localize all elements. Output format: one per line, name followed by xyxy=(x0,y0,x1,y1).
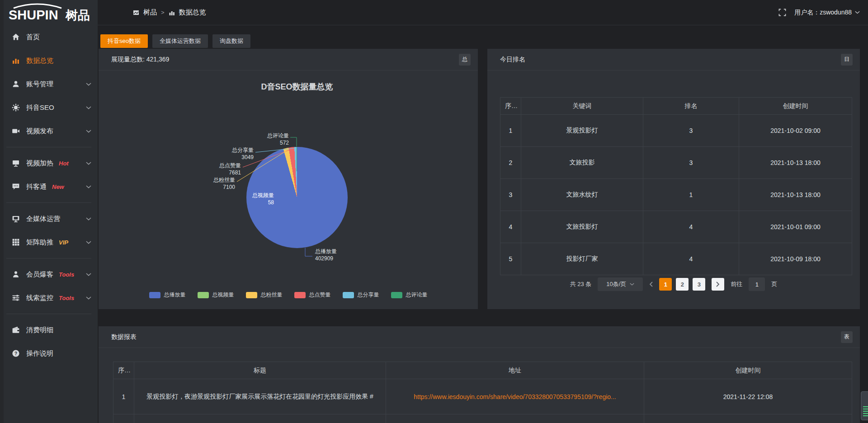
page-button-3[interactable]: 3 xyxy=(693,278,705,291)
table-cell: 文旅投影 xyxy=(521,147,643,179)
legend-item[interactable]: 总播放量 xyxy=(149,291,186,299)
table-cell: 景观投影灯 xyxy=(521,115,643,147)
page-button-2[interactable]: 2 xyxy=(676,278,689,291)
ranking-table: 序号关键词排名创建时间 1景观投影灯32021-10-02 09:002文旅投影… xyxy=(500,97,852,275)
sidebar-item-label: 账号管理 xyxy=(26,80,53,89)
sidebar-item-douyin-seo[interactable]: 抖音SEO xyxy=(0,96,98,119)
pie-label-comments: 总评论量 572 xyxy=(267,132,289,146)
chevron-down-icon xyxy=(86,83,91,86)
table-cell: 1 xyxy=(500,115,521,147)
page-size-select[interactable]: 10条/页 xyxy=(598,277,643,291)
chevron-down-icon xyxy=(86,296,91,300)
breadcrumb: 树品 > 数据总览 xyxy=(133,8,206,17)
table-cell: 2021-10-13 18:00 xyxy=(739,179,852,211)
column-header: 标题 xyxy=(134,362,386,379)
bar-chart-icon xyxy=(169,9,175,16)
sidebar-item-operation-guide[interactable]: ?操作说明 xyxy=(0,342,98,365)
sliders-icon xyxy=(12,294,20,302)
legend-item[interactable]: 总评论量 xyxy=(391,291,428,299)
table-row: 5投影灯厂家42021-10-09 18:00 xyxy=(500,243,852,275)
sidebar-menu: 首页数据总览账号管理抖音SEO视频发布视频加热Hot抖客通New全媒体运营矩阵助… xyxy=(0,25,98,365)
video-icon xyxy=(12,127,20,135)
legend-item[interactable]: 总分享量 xyxy=(343,291,379,299)
pie-label-plays: 总播放量 402909 xyxy=(315,248,337,262)
table-cell xyxy=(113,414,134,423)
table-cell: 1 xyxy=(643,179,739,211)
table-cell: 3 xyxy=(643,147,739,179)
page-button-1[interactable]: 1 xyxy=(659,278,672,291)
video-url-link[interactable]: https://www.iesdouyin.com/share/video/70… xyxy=(414,393,616,400)
sidebar-item-omni-media[interactable]: 全媒体运营 xyxy=(0,207,98,230)
sidebar-item-matrix-boost[interactable]: 矩阵助推VIP xyxy=(0,230,98,254)
breadcrumb-separator: > xyxy=(161,9,165,16)
sidebar-item-video-heat[interactable]: 视频加热Hot xyxy=(0,151,98,175)
report-panel-title: 数据报表 xyxy=(111,333,137,341)
legend-swatch xyxy=(343,292,354,298)
table-cell: 5 xyxy=(500,243,521,275)
scroll-widget-stripes xyxy=(863,406,868,417)
legend-swatch xyxy=(198,292,209,298)
table-row: 1景观投影灯32021-10-02 09:00 xyxy=(500,115,852,147)
tab-douyin-seo-data[interactable]: 抖音seo数据 xyxy=(100,34,148,48)
legend-swatch xyxy=(246,292,257,298)
table-cell: 4 xyxy=(643,211,739,243)
username-label: 用户名：zswodun88 xyxy=(794,9,852,17)
sidebar-item-label: 操作说明 xyxy=(26,349,53,358)
goto-label: 前往 xyxy=(731,280,742,288)
table-cell: 3 xyxy=(500,179,521,211)
prev-page-button[interactable] xyxy=(649,282,653,287)
table-row: 4文旅投影灯42021-10-01 09:00 xyxy=(500,211,852,243)
table-cell: 投影灯厂家 xyxy=(521,243,643,275)
column-header: 创建时间 xyxy=(739,98,852,115)
tab-omni-media-data[interactable]: 全媒体运营数据 xyxy=(152,34,208,48)
sidebar-item-douketong[interactable]: 抖客通New xyxy=(0,175,98,198)
table-toggle-button[interactable]: 表 xyxy=(841,331,853,343)
sidebar: SHUPIN 树品 首页数据总览账号管理抖音SEO视频发布视频加热Hot抖客通N… xyxy=(0,0,98,423)
screen-icon xyxy=(12,159,20,167)
legend-item[interactable]: 总点赞量 xyxy=(294,291,331,299)
sidebar-item-badge: Tools xyxy=(59,295,74,301)
chat-icon xyxy=(12,183,20,191)
help-icon: ? xyxy=(12,349,20,357)
next-page-button[interactable] xyxy=(712,278,724,291)
breadcrumb-current[interactable]: 数据总览 xyxy=(179,8,206,17)
goto-page-input[interactable] xyxy=(749,277,765,291)
total-toggle-button[interactable]: 总 xyxy=(459,54,471,66)
sidebar-item-member-baoke[interactable]: 会员爆客Tools xyxy=(0,263,98,286)
sidebar-item-consumption-detail[interactable]: 消费明细 xyxy=(0,318,98,342)
legend-swatch xyxy=(149,292,160,298)
data-tabs: 抖音seo数据全媒体运营数据询盘数据 xyxy=(100,34,250,48)
tab-inquiry-data[interactable]: 询盘数据 xyxy=(212,34,250,48)
sidebar-item-label: 全媒体运营 xyxy=(26,215,60,223)
monitor-icon xyxy=(12,215,20,223)
sidebar-item-video-publish[interactable]: 视频发布 xyxy=(0,119,98,143)
table-cell: 2021-10-13 18:00 xyxy=(739,147,852,179)
person-icon xyxy=(12,270,20,278)
fullscreen-icon[interactable] xyxy=(778,9,786,16)
day-toggle-button[interactable]: 日 xyxy=(841,54,853,66)
pie-label-videos: 总视频量 58 xyxy=(252,192,274,206)
user-menu[interactable]: 用户名：zswodun88 xyxy=(794,9,860,17)
pagination: 共 23 条 10条/页 123 前往 页 xyxy=(487,277,860,291)
table-cell: 4 xyxy=(500,211,521,243)
table-cell: 2021-10-02 09:00 xyxy=(739,115,852,147)
sidebar-item-clue-monitor[interactable]: 线索监控Tools xyxy=(0,286,98,310)
chevron-left-icon xyxy=(649,282,653,287)
brand-logo: SHUPIN 树品 xyxy=(0,0,98,25)
column-header: 创建时间 xyxy=(644,362,852,379)
image-icon xyxy=(133,9,139,16)
sidebar-item-account-management[interactable]: 账号管理 xyxy=(0,72,98,96)
table-cell xyxy=(134,414,386,423)
sidebar-item-badge: Hot xyxy=(59,160,69,167)
gear-icon xyxy=(12,103,20,112)
breadcrumb-root[interactable]: 树品 xyxy=(143,8,157,17)
chevron-down-icon xyxy=(86,217,91,221)
sidebar-item-data-overview[interactable]: 数据总览 xyxy=(0,49,98,72)
column-header: 序号 xyxy=(113,362,134,379)
sidebar-item-label: 视频发布 xyxy=(26,127,53,136)
legend-item[interactable]: 总粉丝量 xyxy=(246,291,283,299)
scroll-widget[interactable] xyxy=(861,391,868,420)
chevron-down-icon xyxy=(630,283,634,286)
legend-item[interactable]: 总视频量 xyxy=(198,291,234,299)
sidebar-item-home[interactable]: 首页 xyxy=(0,25,98,49)
